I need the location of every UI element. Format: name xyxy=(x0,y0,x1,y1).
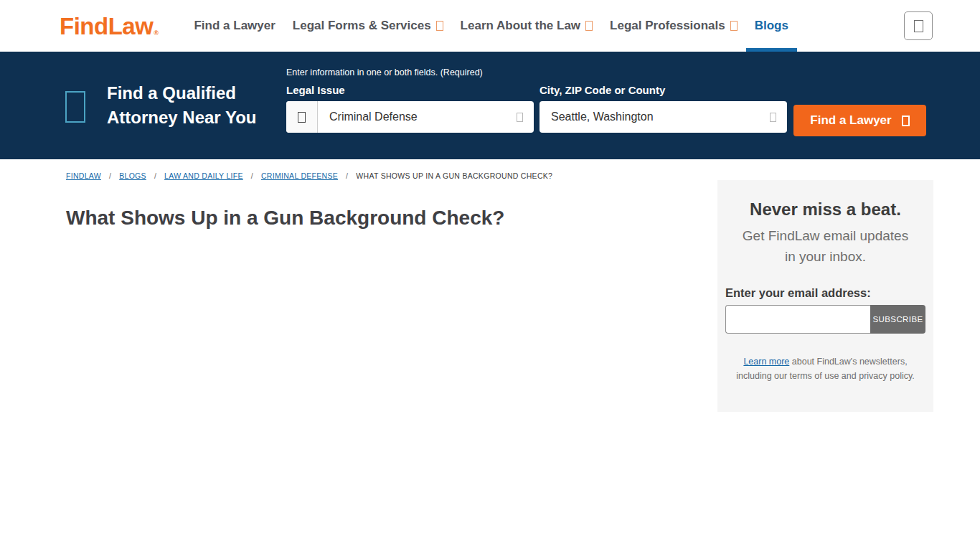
legal-issue-group: Legal Issue Criminal Defense xyxy=(286,84,534,133)
newsletter-subheading: Get FindLaw email updates in your inbox. xyxy=(736,225,915,267)
breadcrumb: FINDLAW / BLOGS / LAW AND DAILY LIFE / C… xyxy=(66,171,717,180)
nav-label: Find a Lawyer xyxy=(194,19,275,33)
chevron-down-icon xyxy=(517,113,523,122)
nav-learn-about-the-law[interactable]: Learn About the Law xyxy=(452,0,602,52)
breadcrumb-separator: / xyxy=(251,171,253,180)
main-nav: Find a Lawyer Legal Forms & Services Lea… xyxy=(185,0,797,52)
find-a-lawyer-button-label: Find a Lawyer xyxy=(810,113,891,128)
chevron-down-icon xyxy=(730,21,738,31)
attorney-search-form: Enter information in one or both fields.… xyxy=(286,52,926,159)
scales-icon xyxy=(65,91,85,123)
breadcrumb-law-and-daily-life[interactable]: LAW AND DAILY LIFE xyxy=(164,171,243,180)
breadcrumb-separator: / xyxy=(109,171,111,180)
breadcrumb-separator: / xyxy=(154,171,156,180)
location-label: City, ZIP Code or County xyxy=(540,84,787,96)
nav-legal-forms-services[interactable]: Legal Forms & Services xyxy=(284,0,452,52)
findlaw-logo[interactable]: FindLaw ® xyxy=(60,14,158,38)
newsletter-disclaimer: Learn more about FindLaw's newsletters, … xyxy=(725,354,925,383)
legal-issue-label: Legal Issue xyxy=(286,84,534,96)
legal-issue-input[interactable]: Criminal Defense xyxy=(286,101,534,133)
search-icon xyxy=(914,20,923,32)
nav-blogs[interactable]: Blogs xyxy=(746,0,797,52)
email-input[interactable] xyxy=(725,305,870,334)
nav-label: Legal Forms & Services xyxy=(293,19,431,33)
breadcrumb-blogs[interactable]: BLOGS xyxy=(119,171,146,180)
breadcrumb-current-page: WHAT SHOWS UP IN A GUN BACKGROUND CHECK? xyxy=(356,171,552,180)
attorney-search-banner: Find a Qualified Attorney Near You Enter… xyxy=(0,52,980,159)
email-label: Enter your email address: xyxy=(725,286,925,300)
breadcrumb-criminal-defense[interactable]: CRIMINAL DEFENSE xyxy=(261,171,338,180)
field-icon-cell xyxy=(286,101,318,133)
banner-heading: Find a Qualified Attorney Near You xyxy=(107,81,258,130)
nav-find-a-lawyer[interactable]: Find a Lawyer xyxy=(185,0,283,52)
site-header: FindLaw ® Find a Lawyer Legal Forms & Se… xyxy=(0,0,980,52)
content-area: FINDLAW / BLOGS / LAW AND DAILY LIFE / C… xyxy=(0,159,980,412)
arrow-right-icon xyxy=(902,116,910,126)
learn-more-link[interactable]: Learn more xyxy=(743,357,789,367)
logo-text: FindLaw xyxy=(60,14,153,38)
location-group: City, ZIP Code or County Seattle, Washin… xyxy=(540,84,787,133)
nav-label: Blogs xyxy=(755,19,788,33)
briefcase-icon xyxy=(298,112,306,123)
legal-issue-value: Criminal Defense xyxy=(318,110,517,123)
subscribe-button[interactable]: SUBSCRIBE xyxy=(870,305,925,334)
chevron-down-icon xyxy=(436,21,443,31)
location-icon xyxy=(770,113,776,122)
nav-label: Legal Professionals xyxy=(610,19,725,33)
find-a-lawyer-button[interactable]: Find a Lawyer xyxy=(793,105,926,136)
page-title: What Shows Up in a Gun Background Check? xyxy=(66,207,717,230)
location-value: Seattle, Washington xyxy=(540,110,770,123)
newsletter-heading: Never miss a beat. xyxy=(725,199,925,220)
chevron-down-icon xyxy=(585,21,593,31)
form-instruction: Enter information in one or both fields.… xyxy=(286,67,926,77)
newsletter-signup-box: Never miss a beat. Get FindLaw email upd… xyxy=(717,180,933,412)
article-column: FINDLAW / BLOGS / LAW AND DAILY LIFE / C… xyxy=(66,171,717,230)
nav-legal-professionals[interactable]: Legal Professionals xyxy=(601,0,746,52)
breadcrumb-findlaw[interactable]: FINDLAW xyxy=(66,171,101,180)
banner-left: Find a Qualified Attorney Near You xyxy=(65,52,258,159)
nav-label: Learn About the Law xyxy=(461,19,581,33)
search-button[interactable] xyxy=(904,11,933,40)
breadcrumb-separator: / xyxy=(346,171,348,180)
registered-mark: ® xyxy=(154,30,158,37)
location-input[interactable]: Seattle, Washington xyxy=(540,101,787,133)
